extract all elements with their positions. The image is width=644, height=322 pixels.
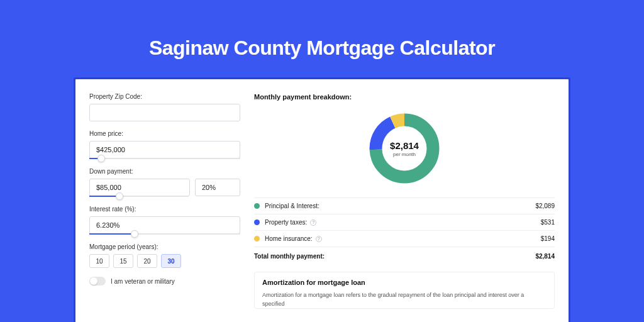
- down-payment-amount-input[interactable]: [89, 179, 190, 196]
- period-options: 10 15 20 30: [89, 254, 240, 268]
- legend-label: Home insurance:: [265, 235, 313, 242]
- interest-slider-fill: [89, 233, 135, 235]
- field-home-price: Home price:: [89, 130, 240, 159]
- total-label: Total monthly payment:: [254, 253, 325, 260]
- dot-icon: [254, 203, 260, 209]
- interest-slider[interactable]: [89, 233, 240, 235]
- period-label: Mortgage period (years):: [89, 243, 240, 250]
- legend-value: $194: [541, 235, 555, 242]
- calculator-card-frame: Property Zip Code: Home price: Down paym…: [74, 77, 570, 322]
- period-option-15[interactable]: 15: [113, 254, 133, 268]
- home-price-slider[interactable]: [89, 158, 240, 159]
- home-price-input[interactable]: [89, 141, 240, 158]
- form-panel: Property Zip Code: Home price: Down paym…: [89, 93, 240, 322]
- home-price-slider-thumb[interactable]: [97, 155, 105, 162]
- legend-label: Principal & Interest:: [265, 203, 319, 209]
- legend-row-principal: Principal & Interest: $2,089: [254, 197, 555, 214]
- calculator-card: Property Zip Code: Home price: Down paym…: [75, 79, 569, 322]
- home-price-label: Home price:: [89, 130, 240, 137]
- breakdown-heading: Monthly payment breakdown:: [254, 93, 555, 101]
- veteran-toggle[interactable]: [89, 277, 106, 286]
- amortization-body: Amortization for a mortgage loan refers …: [262, 291, 547, 308]
- down-payment-label: Down payment:: [89, 168, 240, 175]
- amortization-card: Amortization for mortgage loan Amortizat…: [254, 272, 555, 309]
- amortization-title: Amortization for mortgage loan: [262, 279, 547, 286]
- zip-input[interactable]: [89, 104, 240, 121]
- interest-slider-thumb[interactable]: [131, 230, 138, 238]
- legend-value: $531: [541, 219, 555, 226]
- donut-sub: per month: [393, 152, 416, 157]
- dot-icon: [254, 236, 260, 242]
- legend-value: $2,089: [535, 203, 555, 209]
- down-payment-slider-fill: [89, 196, 119, 197]
- donut-area: $2,814 per month: [254, 107, 555, 197]
- legend-label: Property taxes:: [265, 219, 307, 226]
- field-down-payment: Down payment:: [89, 168, 240, 197]
- down-payment-percent-input[interactable]: [195, 179, 240, 196]
- down-payment-slider-thumb[interactable]: [116, 192, 123, 200]
- page-title: Saginaw County Mortgage Calculator: [0, 0, 644, 60]
- dot-icon: [254, 219, 260, 225]
- field-interest: Interest rate (%):: [89, 206, 240, 235]
- donut-amount: $2,814: [390, 140, 419, 151]
- donut-center: $2,814 per month: [367, 111, 442, 186]
- veteran-label: I am veteran or military: [111, 278, 175, 285]
- donut-chart: $2,814 per month: [367, 111, 442, 186]
- interest-label: Interest rate (%):: [89, 206, 240, 213]
- field-period: Mortgage period (years): 10 15 20 30: [89, 243, 240, 268]
- period-option-30[interactable]: 30: [161, 254, 181, 268]
- interest-input[interactable]: [89, 216, 240, 234]
- legend-row-taxes: Property taxes: ? $531: [254, 214, 555, 230]
- period-option-10[interactable]: 10: [89, 254, 109, 268]
- results-panel: Monthly payment breakdown: $2,814 per mo…: [254, 93, 555, 322]
- field-zip: Property Zip Code:: [89, 93, 240, 121]
- total-value: $2,814: [535, 253, 555, 260]
- period-option-20[interactable]: 20: [137, 254, 157, 268]
- field-veteran: I am veteran or military: [89, 277, 240, 286]
- down-payment-slider[interactable]: [89, 196, 189, 197]
- info-icon[interactable]: ?: [310, 219, 316, 226]
- legend-row-total: Total monthly payment: $2,814: [254, 247, 555, 264]
- info-icon[interactable]: ?: [316, 236, 322, 242]
- legend-row-insurance: Home insurance: ? $194: [254, 230, 555, 247]
- zip-label: Property Zip Code:: [89, 93, 240, 100]
